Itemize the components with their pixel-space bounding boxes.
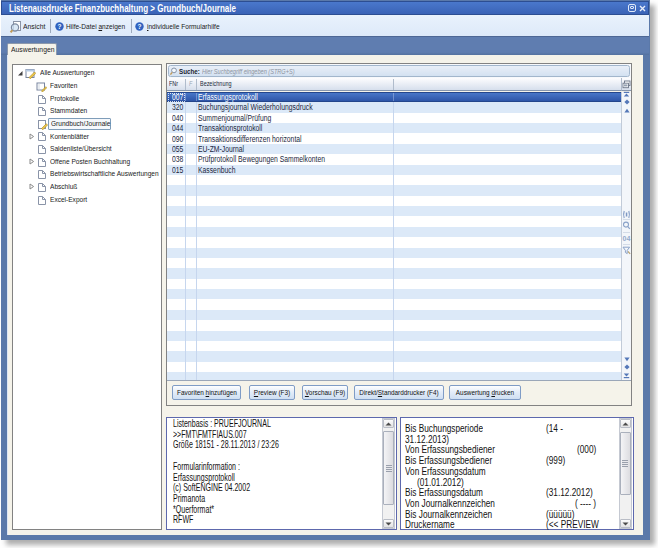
svg-text:04: 04: [623, 235, 631, 242]
svg-text:?: ?: [57, 23, 61, 30]
svg-text:?: ?: [138, 23, 142, 30]
